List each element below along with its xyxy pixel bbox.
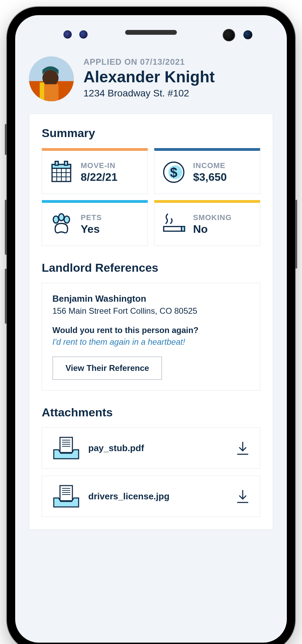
stat-value: $3,650	[193, 171, 227, 184]
attachments-title: Attachments	[42, 406, 260, 419]
paw-icon	[49, 212, 74, 237]
svg-rect-21	[182, 227, 185, 231]
svg-point-18	[59, 214, 64, 221]
svg-rect-29	[60, 486, 72, 501]
stat-label: SMOKING	[193, 213, 232, 222]
sensor-icon	[79, 30, 88, 39]
stat-pets: PETS Yes	[42, 200, 148, 246]
phone-frame: APPLIED ON 07/13/2021 Alexander Knight 1…	[7, 7, 295, 644]
cigarette-icon	[161, 212, 186, 237]
download-icon[interactable]	[235, 489, 250, 504]
attachments-list: pay_stub.pdf	[42, 427, 260, 517]
summary-grid: MOVE-IN 8/22/21 $ INCOME $3,650	[42, 148, 260, 246]
attachment-item[interactable]: drivers_license.jpg	[42, 476, 260, 517]
phone-side-button	[5, 269, 7, 324]
applied-on-label: APPLIED ON 07/13/2021	[83, 57, 215, 67]
dollar-icon: $	[161, 160, 186, 185]
attachment-filename: pay_stub.pdf	[88, 443, 226, 454]
svg-rect-7	[55, 162, 58, 165]
svg-point-19	[64, 216, 70, 223]
svg-point-17	[53, 216, 59, 223]
svg-rect-8	[64, 162, 68, 165]
attachment-filename: drivers_license.jpg	[88, 491, 226, 502]
speaker-icon	[125, 30, 177, 35]
sensor-icon	[63, 30, 72, 39]
file-tray-icon	[52, 484, 79, 508]
phone-screen: APPLIED ON 07/13/2021 Alexander Knight 1…	[15, 15, 287, 643]
reference-name: Benjamin Washington	[52, 293, 250, 304]
phone-side-button	[5, 124, 7, 155]
stat-label: PETS	[81, 213, 102, 222]
applicant-name: Alexander Knight	[83, 68, 215, 86]
applicant-header: APPLIED ON 07/13/2021 Alexander Knight 1…	[29, 56, 273, 101]
svg-point-2	[42, 70, 59, 86]
camera-icon	[223, 29, 235, 41]
svg-rect-3	[42, 84, 59, 101]
avatar-image-icon	[29, 56, 74, 101]
stat-label: INCOME	[193, 161, 227, 170]
stat-income: $ INCOME $3,650	[154, 148, 260, 194]
phone-side-button	[295, 200, 297, 269]
svg-rect-22	[60, 437, 72, 453]
camera-icon	[243, 30, 252, 39]
view-reference-button[interactable]: View Their Reference	[52, 356, 162, 380]
summary-title: Summary	[42, 126, 260, 140]
reference-answer: I'd rent to them again in a heartbeat!	[52, 337, 250, 347]
calendar-icon	[49, 160, 74, 185]
svg-rect-20	[164, 227, 182, 231]
reference-address: 156 Main Street Fort Collins, CO 80525	[52, 306, 250, 316]
attachment-item[interactable]: pay_stub.pdf	[42, 427, 260, 469]
stat-value: 8/22/21	[81, 171, 118, 184]
file-tray-icon	[52, 436, 79, 460]
stat-smoking: SMOKING No	[154, 200, 260, 246]
stat-value: No	[193, 223, 232, 236]
download-icon[interactable]	[235, 440, 250, 456]
applicant-address: 1234 Broadway St. #102	[83, 88, 215, 99]
main-card: Summary	[29, 114, 273, 530]
reference-question: Would you rent to this person again?	[52, 325, 250, 335]
avatar[interactable]	[29, 56, 74, 101]
stat-move-in: MOVE-IN 8/22/21	[42, 148, 148, 194]
phone-top-bar	[15, 15, 287, 50]
references-title: Landlord References	[42, 261, 260, 274]
svg-text:$: $	[170, 165, 177, 180]
stat-label: MOVE-IN	[81, 161, 118, 170]
reference-card: Benjamin Washington 156 Main Street Fort…	[42, 283, 260, 391]
phone-side-button	[5, 200, 7, 255]
stat-value: Yes	[81, 223, 102, 236]
svg-rect-4	[40, 82, 44, 101]
